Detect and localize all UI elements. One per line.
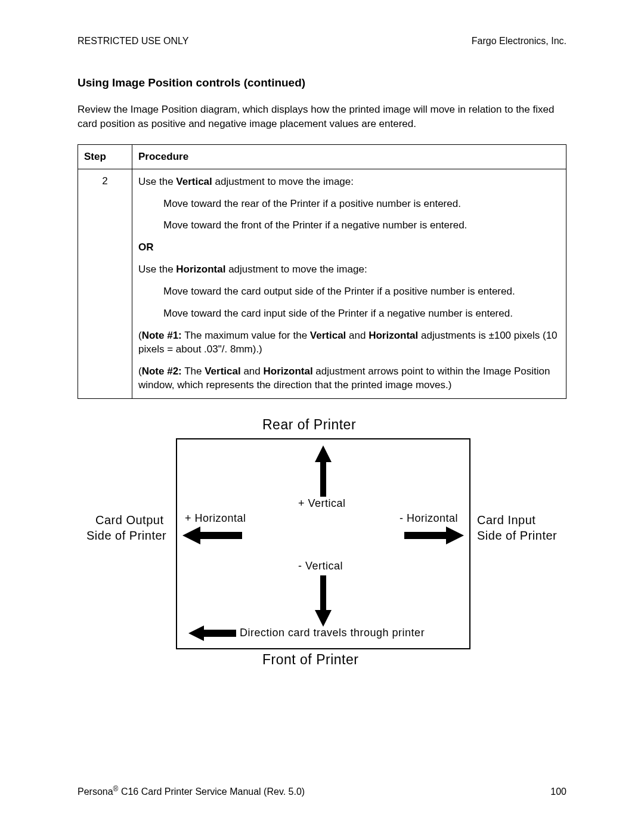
label-front: Front of Printer bbox=[262, 652, 358, 668]
label-plus-horizontal: + Horizontal bbox=[185, 512, 246, 525]
arrow-up-icon bbox=[315, 445, 332, 497]
label-minus-vertical: - Vertical bbox=[298, 560, 343, 572]
procedure-cell: Use the Vertical adjustment to move the … bbox=[132, 169, 566, 398]
proc-line: Use the Horizontal adjustment to move th… bbox=[138, 263, 560, 277]
header-right: Fargo Electronics, Inc. bbox=[472, 36, 566, 47]
svg-marker-0 bbox=[315, 445, 332, 497]
proc-line: Move toward the card input side of the P… bbox=[163, 307, 560, 321]
label-rear: Rear of Printer bbox=[262, 417, 356, 433]
page-header: RESTRICTED USE ONLY Fargo Electronics, I… bbox=[78, 36, 566, 47]
header-left: RESTRICTED USE ONLY bbox=[78, 36, 188, 47]
proc-line: Use the Vertical adjustment to move the … bbox=[138, 175, 560, 189]
proc-line: Move toward the front of the Printer if … bbox=[163, 219, 560, 233]
proc-note-1: (Note #1: The maximum value for the Vert… bbox=[138, 329, 560, 357]
page-number: 100 bbox=[550, 786, 566, 797]
proc-line-or: OR bbox=[138, 241, 560, 255]
label-card-input-2: Side of Printer bbox=[477, 529, 557, 543]
label-card-output-1: Card Output bbox=[95, 513, 163, 527]
procedure-table: Step Procedure 2 Use the Vertical adjust… bbox=[78, 144, 566, 399]
direction-arrow-icon bbox=[188, 625, 236, 641]
footer-left: Persona® C16 Card Printer Service Manual… bbox=[78, 785, 305, 797]
svg-marker-4 bbox=[188, 625, 236, 641]
label-minus-horizontal: - Horizontal bbox=[400, 512, 458, 525]
image-position-diagram: Rear of Printer + Vertical + Horizontal … bbox=[78, 417, 566, 715]
arrow-right-icon bbox=[404, 527, 464, 544]
proc-line: Move toward the card output side of the … bbox=[163, 285, 560, 299]
page-footer: Persona® C16 Card Printer Service Manual… bbox=[78, 785, 566, 797]
step-number: 2 bbox=[78, 169, 132, 398]
label-card-output-2: Side of Printer bbox=[86, 529, 166, 543]
intro-paragraph: Review the Image Position diagram, which… bbox=[78, 103, 566, 131]
label-card-input-1: Card Input bbox=[477, 513, 535, 527]
proc-line: Move toward the rear of the Printer if a… bbox=[163, 197, 560, 211]
svg-marker-3 bbox=[315, 575, 332, 627]
col-header-step: Step bbox=[78, 144, 132, 169]
col-header-procedure: Procedure bbox=[132, 144, 566, 169]
section-title: Using Image Position controls (continued… bbox=[78, 76, 566, 89]
label-plus-vertical: + Vertical bbox=[298, 497, 346, 510]
svg-marker-2 bbox=[404, 527, 464, 544]
arrow-left-icon bbox=[182, 527, 242, 544]
proc-note-2: (Note #2: The Vertical and Horizontal ad… bbox=[138, 365, 560, 392]
label-direction: Direction card travels through printer bbox=[240, 627, 425, 639]
arrow-down-icon bbox=[315, 575, 332, 627]
svg-marker-1 bbox=[182, 527, 242, 544]
